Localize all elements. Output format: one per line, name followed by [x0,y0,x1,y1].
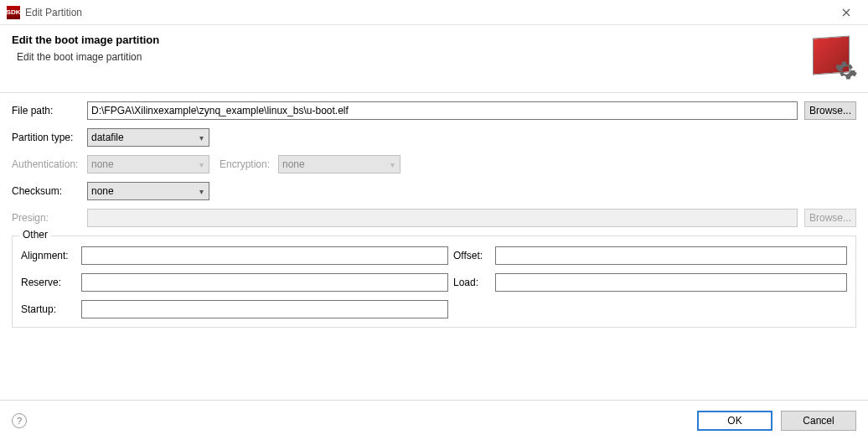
presign-label: Presign: [12,212,87,224]
dialog-header: Edit the boot image partition Edit the b… [0,25,868,93]
file-path-input[interactable] [87,101,798,120]
app-icon: SDK [7,6,20,19]
authentication-select: none ▾ [87,155,209,173]
browse-button[interactable]: Browse... [804,101,856,120]
alignment-input[interactable] [81,246,448,265]
checksum-select[interactable]: none ▾ [87,182,209,200]
load-label: Load: [453,277,495,288]
file-path-label: File path: [12,105,87,116]
help-icon: ? [17,416,22,426]
other-group-title: Other [19,229,51,241]
chevron-down-icon: ▾ [199,160,204,169]
window-title: Edit Partition [25,7,82,18]
encryption-value: none [282,158,305,170]
offset-label: Offset: [453,250,495,261]
header-icon [809,34,856,80]
alignment-label: Alignment: [21,250,81,261]
partition-type-select[interactable]: datafile ▾ [87,128,209,147]
close-button[interactable] [829,1,863,24]
checksum-value: none [91,185,114,197]
dialog-footer: ? OK Cancel [0,400,868,440]
cancel-button[interactable]: Cancel [781,411,856,431]
presign-browse-button: Browse... [804,209,856,227]
chevron-down-icon: ▾ [390,160,395,169]
reserve-label: Reserve: [21,277,81,288]
gear-icon [834,59,858,82]
chevron-down-icon: ▾ [199,133,204,142]
ok-button[interactable]: OK [697,411,772,431]
startup-input[interactable] [81,300,448,318]
authentication-value: none [91,158,114,170]
encryption-select: none ▾ [278,155,400,173]
startup-label: Startup: [21,303,81,315]
partition-type-value: datafile [91,132,124,143]
titlebar: SDK Edit Partition [0,0,868,25]
checksum-label: Checksum: [12,185,87,197]
partition-type-label: Partition type: [12,132,87,143]
chevron-down-icon: ▾ [199,187,204,196]
form-body: File path: Browse... Partition type: dat… [0,93,868,328]
load-input[interactable] [495,273,847,292]
encryption-label: Encryption: [220,158,278,170]
presign-input [87,209,798,227]
close-icon [842,8,850,17]
header-subtitle: Edit the boot image partition [17,51,809,63]
help-button[interactable]: ? [12,413,27,428]
reserve-input[interactable] [81,273,448,292]
offset-input[interactable] [495,246,847,265]
authentication-label: Authentication: [12,158,87,170]
header-title: Edit the boot image partition [12,34,809,46]
other-group: Other Alignment: Offset: Reserve: Load: [12,236,856,328]
